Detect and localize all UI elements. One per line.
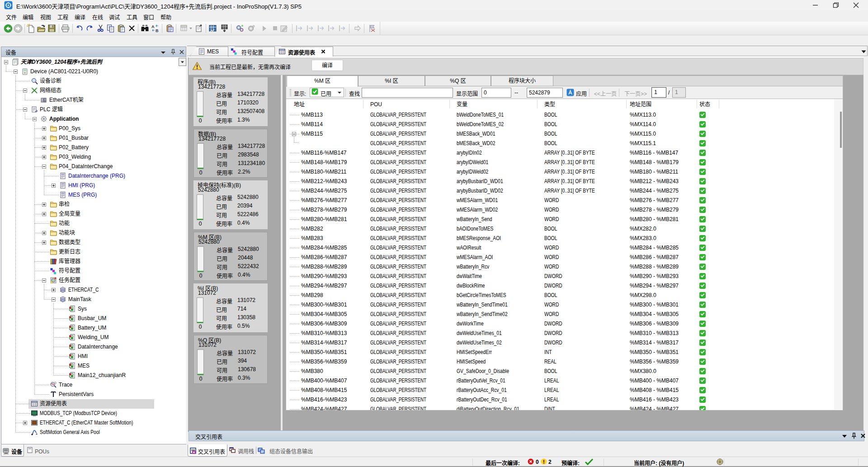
svg-text:A: A (151, 24, 155, 29)
svg-text:B: B (156, 28, 159, 33)
